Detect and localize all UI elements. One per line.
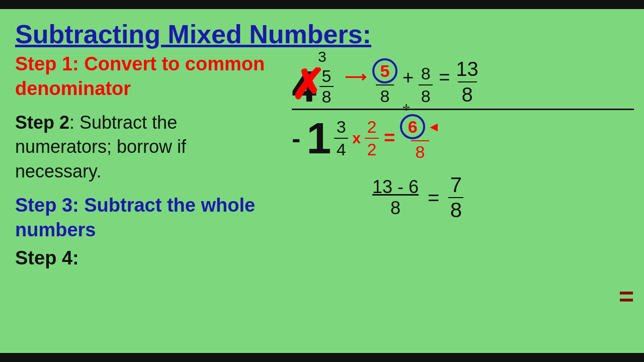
step4-block: Step 4: bbox=[15, 247, 267, 269]
circled-6-frac: 6 ◄ 8 bbox=[400, 114, 440, 162]
final-frac: 7 8 bbox=[448, 174, 463, 221]
frac-line-circ6 bbox=[411, 140, 429, 141]
multiply-x-icon: x bbox=[352, 130, 361, 147]
frac-2-2-num: 2 bbox=[367, 117, 377, 137]
frac-13-8: 13 8 bbox=[456, 58, 478, 106]
frac-line-34 bbox=[334, 138, 348, 139]
frac-8-8-num: 8 bbox=[421, 64, 431, 83]
arrow-right-icon: ⟶ bbox=[345, 68, 366, 85]
equals-red-icon: = bbox=[384, 127, 395, 149]
step4-colon: : bbox=[72, 247, 79, 268]
result-row: 13 - 6 8 = 7 8 bbox=[372, 174, 634, 221]
frac-13-8-num: 13 bbox=[456, 58, 478, 80]
circled-5-num: 5 bbox=[380, 61, 389, 81]
circled-6-den: 8 bbox=[416, 142, 425, 162]
circled-6-num: 6 bbox=[408, 117, 418, 137]
circled-5-frac: 5 8 bbox=[372, 58, 397, 106]
circled-6-row: 6 ◄ bbox=[400, 114, 440, 139]
mixed-number-container: 3 4 ✗ 5 8 bbox=[292, 49, 334, 109]
step1-label: Step 1 bbox=[15, 53, 72, 74]
circle-6: 6 bbox=[400, 114, 425, 139]
step2-label: Step 2 bbox=[15, 112, 69, 133]
step2-block: Step 2: Subtract the numerators; borrow … bbox=[15, 111, 267, 184]
frac-13-8-den: 8 bbox=[461, 83, 472, 106]
bottom-math-row: - 1 3 4 x 2 2 = 6 bbox=[292, 109, 634, 162]
result-frac: 13 - 6 8 bbox=[372, 176, 419, 219]
whole-1: 1 bbox=[306, 116, 331, 160]
main-content: Subtracting Mixed Numbers: Step 1: Conve… bbox=[0, 9, 644, 353]
right-panel: 3 4 ✗ 5 8 ⟶ bbox=[292, 49, 634, 221]
top-black-bar bbox=[0, 0, 644, 9]
frac-2-2-den: 2 bbox=[367, 140, 377, 159]
final-den: 8 bbox=[450, 200, 462, 221]
frac-line-138 bbox=[458, 81, 477, 82]
frac-line-22 bbox=[365, 138, 379, 139]
frac-3-4: 3 4 bbox=[334, 117, 348, 159]
result-numerator: 13 - 6 bbox=[372, 176, 419, 198]
step1-block: Step 1: Convert to common denominator bbox=[15, 52, 267, 102]
frac-8-8: 8 8 bbox=[419, 64, 433, 106]
whole-frac-row: 4 ✗ 5 8 bbox=[292, 64, 334, 109]
circle-5: 5 bbox=[372, 58, 397, 83]
minus-icon: - bbox=[292, 123, 300, 153]
math-top-area: 3 4 ✗ 5 8 ⟶ bbox=[292, 49, 634, 109]
frac-3-4-den: 4 bbox=[337, 140, 346, 159]
step4-label: Step 4 bbox=[15, 247, 72, 268]
crossed-whole: 4 ✗ bbox=[292, 64, 316, 109]
frac-2-2: 2 2 bbox=[365, 117, 379, 159]
left-panel: Step 1: Convert to common denominator St… bbox=[15, 52, 267, 269]
frac-3-4-num: 3 bbox=[337, 117, 346, 137]
equals-1-icon: = bbox=[439, 67, 450, 88]
step3-block: Step 3: Subtract the whole numbers bbox=[15, 193, 267, 243]
final-num: 7 bbox=[450, 174, 462, 196]
result-denominator: 8 bbox=[390, 198, 400, 219]
arrow-left-icon: ◄ bbox=[427, 119, 440, 135]
frac-line-88 bbox=[419, 84, 433, 85]
frac-8-8-den: 8 bbox=[421, 86, 431, 106]
x-cross-icon: ✗ bbox=[290, 64, 325, 106]
equals-2-icon: = bbox=[428, 187, 439, 209]
step3-label: Step 3 bbox=[15, 195, 72, 216]
plus-icon: + bbox=[403, 67, 414, 88]
step1-colon: : bbox=[72, 53, 79, 74]
page-title: Subtracting Mixed Numbers: bbox=[15, 19, 629, 49]
step3-equals: = bbox=[619, 281, 634, 311]
frac-line-circ5 bbox=[376, 84, 394, 85]
bottom-black-bar bbox=[0, 353, 644, 362]
circled-5-den: 8 bbox=[380, 86, 389, 106]
